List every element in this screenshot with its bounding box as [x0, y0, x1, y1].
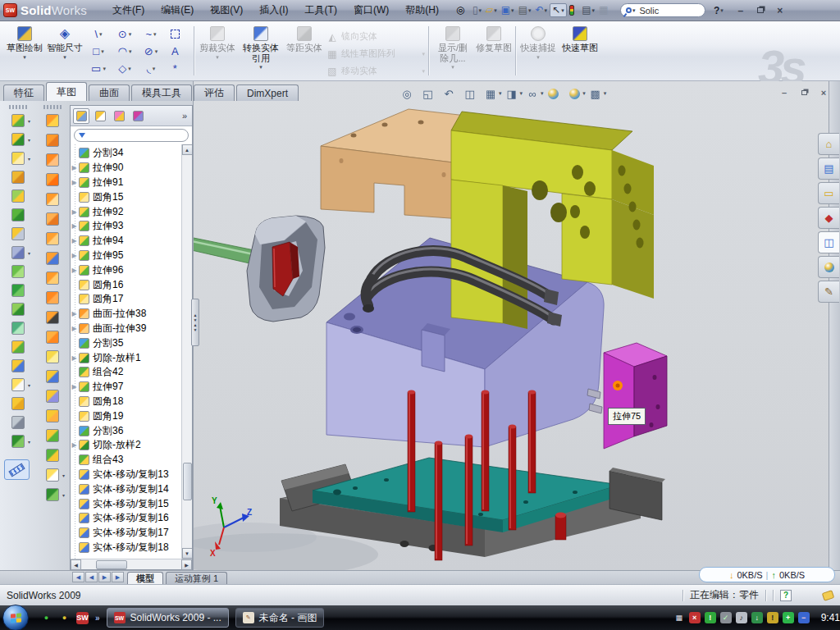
- task-pane-tab[interactable]: ▤: [818, 158, 839, 180]
- dropdown-arrow-icon[interactable]: ▾: [129, 48, 132, 55]
- dropdown-arrow-icon[interactable]: ▾: [520, 90, 523, 97]
- document-tab[interactable]: 模型: [127, 572, 163, 584]
- search-input[interactable]: ▾ Solic: [620, 3, 705, 17]
- scrollbar-thumb[interactable]: [96, 560, 127, 569]
- dropdown-arrow-icon[interactable]: ▾: [592, 7, 596, 14]
- feature-tool-button[interactable]: [11, 416, 25, 429]
- feature-tree-item[interactable]: ▶ 实体-移动/复制14: [71, 482, 181, 496]
- panel-splitter-handle[interactable]: ▲▼▲▼: [191, 299, 199, 346]
- menu-item[interactable]: 帮助(H): [398, 1, 446, 20]
- model-clamp-cylinder[interactable]: [194, 216, 325, 322]
- feature-tree-item[interactable]: ▶ 组合42: [71, 365, 181, 380]
- feature-tool-button[interactable]: [11, 284, 25, 297]
- measure-tool-button-pressed[interactable]: [4, 459, 30, 480]
- surface-tool-button[interactable]: [46, 468, 59, 482]
- surface-tool-button[interactable]: [46, 232, 59, 245]
- manager-tab[interactable]: [92, 108, 108, 124]
- quick-launch-icon[interactable]: ●: [58, 612, 71, 624]
- heads-up-tool-button[interactable]: ◎: [399, 85, 415, 102]
- titlebar-tool-button[interactable]: ▤ ▾: [580, 4, 596, 16]
- feature-tool-button[interactable]: [11, 152, 25, 165]
- heads-up-tool-button[interactable]: [546, 85, 562, 102]
- feature-tool-button[interactable]: [11, 133, 25, 146]
- dropdown-arrow-icon[interactable]: ▾: [528, 7, 532, 14]
- restore-button[interactable]: [753, 5, 768, 16]
- dropdown-arrow-icon[interactable]: ▾: [101, 48, 104, 55]
- sketch-entity-button[interactable]: ◇ ▾: [112, 60, 138, 77]
- menu-item[interactable]: 窗口(W): [346, 1, 396, 20]
- manager-tab[interactable]: [73, 108, 89, 124]
- feature-tree-item[interactable]: ▶ 拉伸93: [71, 219, 181, 234]
- expand-arrow-icon[interactable]: ▶: [71, 441, 78, 449]
- feature-tree-item[interactable]: ▶ 实体-移动/复制17: [71, 526, 181, 541]
- feature-tool-button[interactable]: [11, 435, 25, 448]
- feature-tree-item[interactable]: ▶ 实体-移动/复制13: [71, 468, 181, 482]
- surface-tool-button[interactable]: [46, 114, 59, 127]
- heads-up-tool-button[interactable]: ◫: [462, 85, 478, 102]
- sketch-entity-button[interactable]: ◠ ▾: [112, 43, 138, 60]
- dropdown-arrow-icon[interactable]: ▾: [545, 7, 548, 14]
- dropdown-arrow-icon[interactable]: ▾: [62, 472, 65, 478]
- smart-dimension-button[interactable]: ◈ 智能尺寸▾: [46, 24, 84, 78]
- feature-tree-item[interactable]: ▶ 圆角16: [71, 277, 181, 292]
- dropdown-arrow-icon[interactable]: ▾: [422, 51, 425, 57]
- taskbar-window-button[interactable]: SW SolidWorks 2009 - ...: [107, 608, 229, 628]
- document-tab[interactable]: 运动算例 1: [166, 572, 227, 584]
- surface-tool-button[interactable]: [46, 134, 59, 147]
- dropdown-arrow-icon[interactable]: ▾: [153, 66, 156, 72]
- surface-tool-button[interactable]: [46, 212, 59, 226]
- feature-tool-button[interactable]: [11, 340, 25, 354]
- heads-up-tool-button[interactable]: ▩: [587, 85, 604, 102]
- commandmanager-tab[interactable]: 特征: [3, 84, 44, 101]
- dropdown-arrow-icon[interactable]: ▾: [99, 31, 103, 38]
- expand-arrow-icon[interactable]: ▶: [71, 222, 78, 230]
- menu-item[interactable]: 文件(F): [105, 1, 152, 20]
- dropdown-arrow-icon[interactable]: ▾: [604, 90, 607, 97]
- tab-nav-button[interactable]: ◀: [85, 572, 98, 582]
- dropdown-arrow-icon[interactable]: ▾: [28, 118, 30, 124]
- sketch-entity-button[interactable]: A ▾: [164, 43, 190, 60]
- dropdown-arrow-icon[interactable]: ▾: [28, 250, 30, 256]
- toolbar-grip[interactable]: [9, 105, 27, 109]
- tray-icon[interactable]: ▦: [673, 612, 685, 623]
- scroll-down-button[interactable]: ▼: [182, 548, 193, 559]
- feature-tree-item[interactable]: ▶ 圆角15: [71, 189, 181, 204]
- surface-tool-button[interactable]: [46, 173, 59, 186]
- dropdown-arrow-icon[interactable]: ▾: [422, 68, 425, 75]
- commandmanager-tab[interactable]: 评估: [194, 84, 235, 101]
- feature-tree-item[interactable]: ▶ 分割34: [71, 146, 181, 161]
- start-button[interactable]: [2, 605, 29, 630]
- feature-tool-button[interactable]: [11, 303, 25, 316]
- dropdown-arrow-icon[interactable]: ▾: [259, 64, 262, 71]
- task-pane-tab[interactable]: [818, 256, 839, 278]
- dropdown-arrow-icon[interactable]: ▾: [561, 7, 564, 14]
- feature-tool-button[interactable]: [11, 189, 25, 203]
- expand-arrow-icon[interactable]: ▶: [71, 237, 78, 244]
- feature-tree-item[interactable]: ▶ 曲面-拉伸38: [71, 307, 181, 322]
- feature-tool-button[interactable]: [11, 171, 25, 184]
- graphics-viewport[interactable]: Y Z X: [193, 81, 829, 570]
- surface-tool-button[interactable]: [46, 429, 59, 442]
- titlebar-tool-button[interactable]: ◎ ▾: [454, 4, 470, 16]
- feature-tree-item[interactable]: ▶ 拉伸96: [71, 262, 181, 277]
- feature-tool-button[interactable]: [11, 227, 25, 240]
- tray-icon[interactable]: ♪: [736, 612, 747, 623]
- linear-sketch-pattern-button[interactable]: ▦线性草图阵列▾: [326, 45, 425, 62]
- manager-tab[interactable]: [130, 108, 146, 124]
- scroll-up-button[interactable]: ▲: [182, 144, 193, 155]
- more-tabs-button[interactable]: »: [182, 111, 187, 121]
- surface-tool-button[interactable]: [46, 409, 59, 422]
- surface-tool-button[interactable]: [46, 153, 59, 167]
- tray-icon[interactable]: ×: [689, 612, 701, 623]
- feature-tool-button[interactable]: [11, 322, 25, 335]
- tray-icon[interactable]: +: [783, 612, 794, 623]
- feature-tree-item[interactable]: ▶ 切除-放样1: [71, 350, 181, 365]
- model-side-insert[interactable]: [604, 343, 667, 449]
- menu-item[interactable]: 编辑(E): [153, 1, 201, 20]
- taskbar-window-button[interactable]: ✎ 未命名 - 画图: [235, 608, 325, 628]
- feature-tree-item[interactable]: ▶ 实体-移动/复制15: [71, 496, 181, 511]
- manager-tab[interactable]: [111, 108, 127, 124]
- feature-tree-item[interactable]: ▶ 拉伸90: [71, 161, 181, 176]
- task-pane-tab[interactable]: ✎: [818, 281, 839, 303]
- surface-tool-button[interactable]: [46, 370, 59, 383]
